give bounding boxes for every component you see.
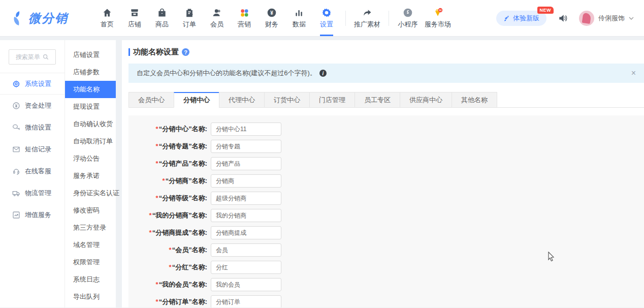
submenu-item[interactable]: 导出队列 [65, 288, 116, 305]
submenu-item[interactable]: 域名管理 [65, 236, 116, 254]
tab[interactable]: 代理中心 [219, 92, 264, 108]
field-input[interactable] [211, 174, 281, 188]
submenu-item[interactable]: 店铺参数 [65, 64, 116, 81]
field-label: *“分销订单”名称: [128, 297, 207, 306]
sidebar-item-logistics[interactable]: 物流管理 [0, 182, 65, 204]
speaker-icon[interactable] [558, 13, 568, 23]
field-input[interactable] [211, 278, 281, 291]
finance-icon: ¥ [267, 8, 277, 18]
tab[interactable]: 分销中心 [174, 92, 219, 108]
nav-finance[interactable]: ¥ 财务 [258, 0, 285, 36]
submenu-item[interactable]: 权限管理 [65, 254, 116, 271]
headset-icon [12, 167, 20, 175]
main-content: 功能名称设置 ? 自定义会员中心和分销中心的功能名称(建议不超过6个字符)。 i… [122, 40, 644, 307]
orders-icon [184, 8, 195, 18]
submenu-item[interactable]: 系统日志 [65, 271, 116, 288]
page-title-text: 功能名称设置 [133, 47, 179, 57]
submenu-item[interactable]: 自动取消订单 [65, 133, 116, 150]
tab[interactable]: 供应商中心 [400, 92, 452, 108]
banner-close-icon[interactable]: × [631, 69, 636, 77]
field-label-text: “分销专题”名称: [159, 142, 207, 150]
form-row: *“分销产品”名称: [128, 157, 644, 170]
submenu-item[interactable]: 身份证实名认证 [65, 184, 116, 202]
tab[interactable]: 会员中心 [128, 92, 174, 108]
tab[interactable]: 门店管理 [309, 92, 355, 108]
required-asterisk: * [149, 211, 152, 219]
submenu-item[interactable]: 功能名称 [65, 81, 116, 98]
form-row: *“我的分销商”名称: [128, 209, 644, 222]
field-label-text: “分销订单”名称: [159, 298, 207, 305]
gear-icon [12, 80, 20, 88]
try-new-version-button[interactable]: 体验新版 NEW [496, 11, 546, 26]
members-icon [212, 8, 222, 18]
tab[interactable]: 订货中心 [264, 92, 309, 108]
chevron-down-icon [629, 16, 634, 21]
required-asterisk: * [163, 177, 165, 184]
sidebar-item-system-settings[interactable]: 系统设置 [0, 73, 65, 95]
submenu-item[interactable]: 店铺设置 [65, 46, 116, 64]
field-input[interactable] [211, 209, 281, 222]
nav-service-market[interactable]: H 服务市场 [422, 0, 454, 36]
form-panel: *“分销中心”名称: *“分销专题”名称: *“分销产品”名称: *“分销商”名… [128, 115, 644, 307]
tab[interactable]: 其他名称 [452, 92, 497, 108]
top-navigation: 首页 店铺 商品 订单 会员 营销 ¥ [93, 0, 454, 36]
menu-search-input[interactable]: 搜索菜单 [9, 49, 56, 65]
field-input[interactable] [211, 140, 281, 153]
nav-divider [389, 11, 389, 26]
tab[interactable]: 员工专区 [355, 92, 400, 108]
sidebar-item-wechat[interactable]: 微信设置 [0, 116, 65, 138]
sidebar-item-value-added[interactable]: 增值服务 [0, 204, 65, 226]
wechat-icon [12, 124, 20, 132]
field-input[interactable] [211, 295, 281, 307]
nav-settings[interactable]: 设置 [313, 0, 340, 36]
submenu-item[interactable]: 第三方登录 [65, 219, 116, 236]
nav-members[interactable]: 会员 [203, 0, 231, 36]
nav-data[interactable]: 数据 [285, 0, 313, 36]
nav-promote[interactable]: 推广素材 [351, 0, 383, 36]
truck-icon [12, 189, 20, 197]
submenu-item[interactable]: 修改密码 [65, 202, 116, 219]
field-input[interactable] [211, 243, 281, 257]
nav-orders[interactable]: 订单 [176, 0, 203, 36]
field-input[interactable] [211, 122, 281, 136]
secondary-sidebar: 店铺设置店铺参数功能名称提现设置自动确认收货自动取消订单浮动公告服务承诺身份证实… [65, 40, 116, 307]
nav-goods[interactable]: 商品 [148, 0, 176, 36]
brand-logo[interactable]: 微分销 [12, 10, 93, 26]
required-asterisk: * [156, 281, 158, 288]
sidebar-item-customer-service[interactable]: 在线客服 [0, 160, 65, 182]
form-row: *“会员”名称: [128, 243, 644, 257]
sidebar-item-sms[interactable]: 短信记录 [0, 138, 65, 160]
submenu-item[interactable]: 浮动公告 [65, 150, 116, 167]
required-asterisk: * [156, 160, 158, 167]
help-icon[interactable]: ? [182, 48, 189, 56]
nav-miniprogram[interactable]: 小程序 [394, 0, 422, 36]
sms-icon [12, 145, 20, 153]
nav-store[interactable]: 店铺 [121, 0, 148, 36]
required-asterisk: * [156, 194, 158, 202]
logo-text: 微分销 [28, 10, 68, 26]
field-input[interactable] [211, 226, 281, 239]
info-icon[interactable]: i [319, 70, 327, 77]
page-body: 搜索菜单 系统设置 资金处理 微信设置 短信记录 在线客服 [0, 37, 644, 307]
user-menu[interactable]: 伶俐服饰 [579, 11, 634, 26]
field-label: *“分红”名称: [128, 263, 207, 272]
submenu-item[interactable]: 提现设置 [65, 98, 116, 115]
form-row: *“我的会员”名称: [128, 278, 644, 291]
nav-home[interactable]: 首页 [93, 0, 121, 36]
field-label: *“我的会员”名称: [128, 280, 207, 289]
field-label: *“我的分销商”名称: [128, 211, 207, 220]
field-label-text: “分销产品”名称: [159, 160, 207, 167]
store-icon [130, 8, 140, 18]
sidebar-item-funds[interactable]: 资金处理 [0, 95, 65, 116]
field-input[interactable] [211, 261, 281, 274]
field-label: *“分销专题”名称: [128, 142, 207, 151]
miniprogram-icon [403, 8, 413, 18]
nav-marketing[interactable]: 营销 [231, 0, 258, 36]
field-input[interactable] [211, 192, 281, 205]
field-label: *“分销中心”名称: [128, 125, 207, 134]
field-input[interactable] [211, 157, 281, 170]
required-asterisk: * [169, 246, 172, 254]
submenu-item[interactable]: 自动确认收货 [65, 115, 116, 133]
nav-divider [345, 11, 346, 26]
submenu-item[interactable]: 服务承诺 [65, 167, 116, 184]
